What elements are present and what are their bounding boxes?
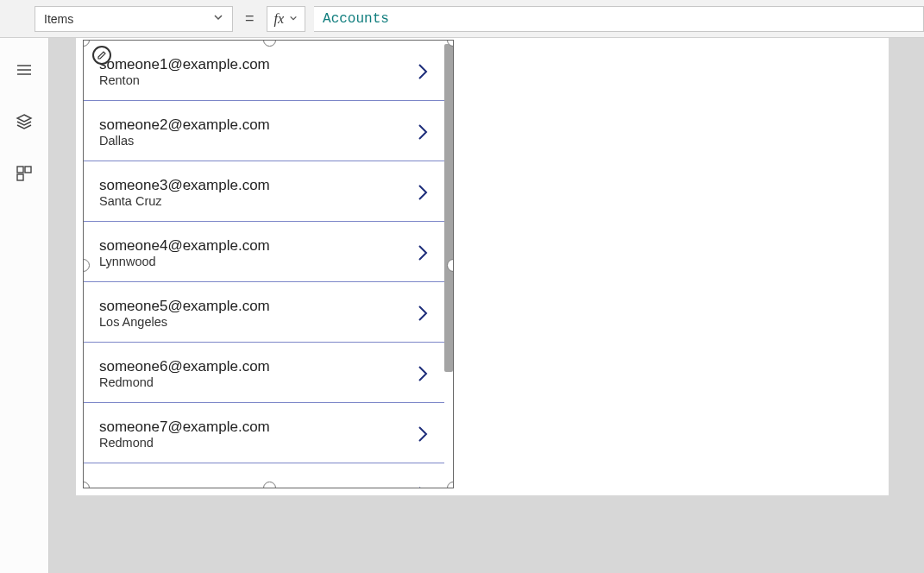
list-item-subtitle: Lynnwood — [99, 255, 413, 268]
property-name: Items — [44, 12, 73, 26]
svg-rect-0 — [17, 167, 23, 173]
list-item-text: someone3@example.comSanta Cruz — [99, 177, 413, 208]
list-item-title: someone6@example.com — [99, 358, 413, 375]
chevron-right-icon[interactable] — [413, 363, 432, 384]
left-sidebar — [0, 38, 49, 573]
list-item-subtitle: Redmond — [99, 375, 413, 389]
fx-button[interactable]: fx — [267, 6, 306, 32]
fx-label: fx — [274, 11, 285, 27]
list-item[interactable]: someone2@example.comDallas — [84, 101, 444, 161]
scrollbar[interactable] — [444, 44, 453, 372]
resize-handle[interactable] — [447, 482, 454, 488]
list-item-subtitle: Renton — [99, 73, 413, 87]
gallery-control[interactable]: someone1@example.comRentonsomeone2@examp… — [83, 40, 454, 488]
list-item-text: someone1@example.comRenton — [99, 56, 413, 87]
list-item[interactable]: someone3@example.comSanta Cruz — [84, 161, 444, 222]
equals-sign: = — [245, 9, 255, 28]
list-item-title: someone3@example.com — [99, 177, 413, 194]
list-item[interactable]: someone7@example.comRedmond — [84, 403, 444, 463]
components-icon[interactable] — [14, 163, 35, 184]
list-item-text: someone7@example.comRedmond — [99, 419, 413, 450]
chevron-right-icon[interactable] — [413, 242, 432, 263]
list-item-text: someone4@example.comLynnwood — [99, 237, 413, 268]
list-item-subtitle: Dallas — [99, 134, 413, 148]
list-item-subtitle: Santa Cruz — [99, 194, 413, 208]
list-item[interactable]: someone1@example.comRenton — [84, 41, 444, 101]
list-item-subtitle: Los Angeles — [99, 315, 413, 329]
app-screen[interactable]: someone1@example.comRentonsomeone2@examp… — [76, 38, 889, 495]
svg-rect-2 — [17, 174, 23, 180]
list-item-title: someone5@example.com — [99, 298, 413, 315]
formula-bar: Items = fx — [0, 0, 924, 38]
list-item[interactable]: someone6@example.comRedmond — [84, 343, 444, 403]
list-item-title: someone4@example.com — [99, 237, 413, 255]
list-item-title: someone7@example.com — [99, 419, 413, 436]
chevron-right-icon[interactable] — [413, 303, 432, 324]
svg-rect-1 — [25, 167, 31, 173]
resize-handle[interactable] — [447, 259, 454, 272]
list-item-title: someone2@example.com — [99, 116, 413, 134]
list-item-text: someone2@example.comDallas — [99, 116, 413, 148]
list-item-text: someone6@example.comRedmond — [99, 358, 413, 389]
list-item-title: someone8@example.com — [99, 486, 413, 488]
list-item-subtitle: Redmond — [99, 436, 413, 450]
formula-input[interactable] — [314, 6, 924, 32]
chevron-right-icon[interactable] — [413, 424, 432, 444]
list-item-text: someone5@example.comLos Angeles — [99, 298, 413, 329]
edit-pencil-icon[interactable] — [92, 46, 111, 65]
chevron-right-icon[interactable] — [413, 61, 432, 82]
gallery-scroll: someone1@example.comRentonsomeone2@examp… — [84, 41, 444, 488]
chevron-down-icon — [289, 14, 298, 24]
list-item-text: someone8@example.com — [99, 486, 413, 488]
chevron-right-icon[interactable] — [413, 122, 432, 142]
list-item-title: someone1@example.com — [99, 56, 413, 73]
chevron-right-icon[interactable] — [413, 182, 432, 203]
list-item[interactable]: someone5@example.comLos Angeles — [84, 282, 444, 343]
property-dropdown[interactable]: Items — [35, 6, 233, 32]
resize-handle[interactable] — [263, 482, 276, 488]
layers-icon[interactable] — [14, 111, 35, 132]
menu-icon[interactable] — [14, 60, 35, 80]
chevron-down-icon — [213, 12, 223, 25]
list-item[interactable]: someone4@example.comLynnwood — [84, 222, 444, 282]
chevron-right-icon[interactable] — [413, 484, 432, 488]
